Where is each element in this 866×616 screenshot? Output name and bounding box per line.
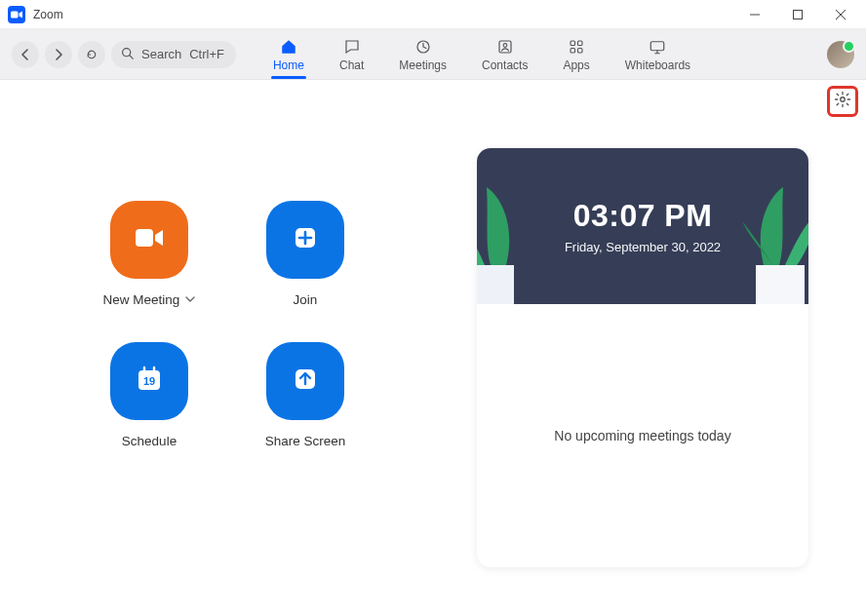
clock-hero: 03:07 PM Friday, September 30, 2022 (477, 148, 808, 304)
tab-contacts[interactable]: Contacts (478, 29, 531, 79)
apps-icon (567, 37, 586, 57)
tab-label: Chat (339, 58, 364, 72)
no-meetings-text: No upcoming meetings today (554, 428, 730, 443)
svg-rect-0 (11, 11, 19, 18)
tab-chat[interactable]: Chat (335, 29, 368, 79)
tab-whiteboards[interactable]: Whiteboards (621, 29, 694, 79)
svg-rect-10 (571, 41, 575, 46)
clock-date: Friday, September 30, 2022 (565, 240, 721, 254)
search-placeholder: Search (141, 47, 181, 61)
nav-forward-button[interactable] (45, 41, 72, 68)
svg-rect-14 (651, 41, 665, 50)
svg-rect-11 (578, 41, 583, 46)
join-label: Join (294, 292, 318, 307)
profile-avatar[interactable] (827, 41, 854, 68)
tab-label: Meetings (399, 58, 447, 72)
tab-apps[interactable]: Apps (559, 29, 593, 79)
calendar-icon: 19 (132, 362, 167, 401)
upcoming-panel: 03:07 PM Friday, September 30, 2022 No u… (437, 103, 848, 593)
video-icon (132, 220, 167, 259)
tab-home[interactable]: Home (269, 29, 308, 79)
home-icon (279, 37, 298, 57)
clock-time: 03:07 PM (573, 198, 713, 234)
share-screen-label: Share Screen (265, 434, 346, 448)
contacts-icon (495, 37, 515, 57)
tab-meetings[interactable]: Meetings (395, 29, 451, 79)
new-meeting-label[interactable]: New Meeting (103, 292, 196, 307)
svg-rect-12 (571, 48, 575, 53)
minimize-button[interactable] (733, 0, 776, 29)
maximize-button[interactable] (776, 0, 819, 29)
tab-label: Home (273, 58, 304, 72)
close-button[interactable] (819, 0, 862, 29)
new-meeting-button[interactable] (110, 201, 188, 279)
schedule-button[interactable]: 19 (110, 342, 188, 420)
svg-line-6 (130, 55, 133, 58)
search-shortcut: Ctrl+F (189, 47, 224, 61)
plant-decoration-icon (477, 158, 555, 304)
svg-text:19: 19 (143, 375, 155, 387)
home-content: New Meeting Join 19 Schedule (0, 80, 866, 616)
titlebar: Zoom (0, 0, 866, 29)
schedule-label: Schedule (122, 434, 177, 448)
join-button[interactable] (266, 201, 344, 279)
nav-tabs: Home Chat Meetings Contacts Apps Whitebo… (269, 29, 813, 79)
main-toolbar: Search Ctrl+F Home Chat Meetings Contact… (0, 29, 866, 80)
plus-icon (288, 220, 323, 259)
clock-icon (413, 37, 433, 57)
upcoming-card: 03:07 PM Friday, September 30, 2022 No u… (477, 148, 808, 567)
search-input[interactable]: Search Ctrl+F (111, 41, 236, 68)
history-button[interactable] (78, 41, 105, 68)
chat-icon (342, 37, 362, 57)
tab-label: Whiteboards (625, 58, 690, 72)
svg-point-9 (503, 43, 507, 47)
tab-label: Apps (563, 58, 589, 72)
whiteboard-icon (648, 37, 667, 57)
chevron-down-icon (185, 292, 195, 307)
svg-rect-13 (578, 48, 583, 53)
svg-rect-25 (756, 265, 805, 304)
nav-back-button[interactable] (12, 41, 39, 68)
action-tiles: New Meeting Join 19 Schedule (18, 103, 437, 593)
zoom-app-icon (8, 6, 25, 23)
share-screen-button[interactable] (266, 342, 344, 420)
search-icon (121, 46, 134, 63)
svg-rect-16 (136, 229, 153, 247)
window-title: Zoom (33, 8, 63, 21)
svg-rect-26 (477, 265, 514, 304)
tab-label: Contacts (482, 58, 528, 72)
svg-rect-2 (794, 10, 803, 19)
plant-decoration-icon (715, 158, 808, 304)
share-icon (288, 362, 323, 401)
